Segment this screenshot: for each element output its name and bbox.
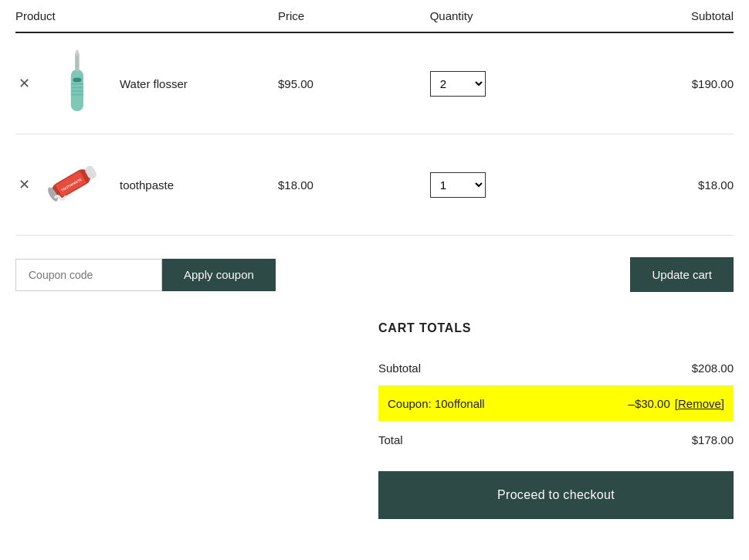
svg-rect-4 [71,94,83,96]
product-cell-toothpaste: ✕ TOOTHPASTE [15,150,278,219]
svg-rect-6 [76,50,79,56]
cart-row-toothpaste: ✕ TOOTHPASTE [15,134,734,236]
cart-totals-title: CART TOTALS [378,321,734,335]
subtotal-value: $208.00 [692,361,734,375]
header-product: Product [15,9,278,22]
coupon-update-row: Apply coupon Update cart [15,236,734,314]
product-cell-water-flosser: ✕ Water fl [15,49,278,118]
remove-water-flosser-button[interactable]: ✕ [15,72,33,95]
checkout-button[interactable]: Proceed to checkout [378,471,734,519]
totals-total-row: Total $178.00 [378,421,734,459]
toothpaste-quantity-select[interactable]: 1 2 3 4 5 [430,172,486,198]
cart-table-header: Product Price Quantity Subtotal [15,0,734,33]
water-flosser-subtotal: $190.00 [581,77,734,90]
coupon-label: Coupon: 10offonall [388,397,485,410]
update-cart-button[interactable]: Update cart [630,257,734,292]
subtotal-label: Subtotal [378,361,421,375]
toothpaste-name: toothpaste [120,178,174,192]
water-flosser-quantity-cell: 1 2 3 4 5 [430,71,582,97]
svg-rect-1 [71,83,83,85]
coupon-input[interactable] [15,259,162,291]
header-quantity: Quantity [430,9,582,22]
water-flosser-price: $95.00 [278,77,430,90]
cart-row-water-flosser: ✕ Water fl [15,33,734,134]
svg-rect-3 [71,90,83,92]
svg-rect-2 [71,87,83,89]
header-price: Price [278,9,430,22]
total-value: $178.00 [692,433,734,446]
remove-coupon-button[interactable]: [Remove] [675,397,724,410]
coupon-amount: –$30.00 [Remove] [629,397,724,410]
toothpaste-image: TOOTHPASTE [46,150,107,219]
totals-subtotal-row: Subtotal $208.00 [378,351,734,386]
svg-rect-7 [73,78,82,82]
remove-toothpaste-button[interactable]: ✕ [15,173,33,196]
coupon-discount-value: –$30.00 [629,397,670,410]
water-flosser-image [46,49,107,118]
cart-totals-section: CART TOTALS Subtotal $208.00 Coupon: 10o… [378,314,734,519]
apply-coupon-button[interactable]: Apply coupon [162,259,276,291]
coupon-section: Apply coupon [15,259,276,291]
toothpaste-price: $18.00 [278,178,430,192]
total-label: Total [378,433,403,446]
header-subtotal: Subtotal [581,9,734,22]
totals-coupon-row: Coupon: 10offonall –$30.00 [Remove] [378,386,734,421]
water-flosser-name: Water flosser [120,77,188,90]
water-flosser-quantity-select[interactable]: 1 2 3 4 5 [430,71,486,97]
toothpaste-subtotal: $18.00 [581,178,734,192]
toothpaste-quantity-cell: 1 2 3 4 5 [430,172,582,198]
